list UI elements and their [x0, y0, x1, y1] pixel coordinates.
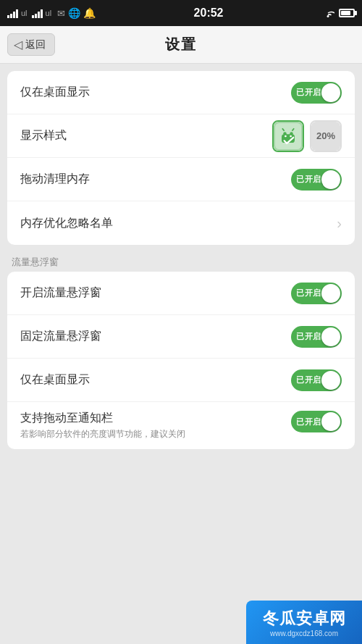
toggle-label-5: 已开启: [296, 331, 321, 342]
drag-clean-toggle[interactable]: 已开启: [291, 169, 342, 191]
signal-bar-2: [32, 8, 43, 18]
display-style-label: 显示样式: [20, 128, 67, 143]
toggle-knob-3: [321, 170, 340, 189]
toggle-knob-7: [321, 412, 340, 431]
wifi-icon: [321, 8, 334, 18]
status-icons-right: [321, 8, 355, 18]
drag-notify-toggle[interactable]: 已开启: [291, 411, 342, 432]
watermark: 冬瓜安卓网 www.dgxcdz168.com: [246, 601, 362, 644]
battery-icon: [339, 9, 355, 17]
fix-traffic-label: 固定流量悬浮窗: [20, 329, 101, 344]
style-option-android[interactable]: [272, 120, 304, 152]
toggle-label-4: 已开启: [296, 288, 321, 298]
drag-clean-row: 拖动清理内存 已开启: [7, 158, 355, 201]
status-left: ul ul ✉ 🌐 🔔: [7, 7, 96, 19]
chevron-icon-1: ›: [337, 215, 342, 232]
drag-notify-row: 支持拖动至通知栏 若影响部分软件的亮度调节功能，建议关闭 已开启: [7, 402, 355, 449]
android-icon: [274, 122, 303, 151]
toggle-knob-6: [321, 371, 340, 390]
section1-card: 仅在桌面显示 已开启 显示样式: [7, 71, 355, 245]
watermark-text: 冬瓜安卓网: [263, 608, 346, 630]
section2-label-container: 流量悬浮窗: [0, 248, 362, 272]
signal-type-2: ul: [46, 9, 52, 17]
watermark-inner: 冬瓜安卓网 www.dgxcdz168.com: [263, 608, 346, 637]
desktop-only-2-label: 仅在桌面显示: [20, 372, 90, 388]
back-button[interactable]: ◁ 返回: [7, 33, 55, 56]
desktop-only-right: 已开启: [291, 82, 342, 104]
open-traffic-right: 已开启: [291, 283, 342, 304]
desktop-only-row: 仅在桌面显示 已开启: [7, 71, 355, 114]
toggle-knob-1: [321, 83, 340, 102]
signal-type-1: ul: [21, 9, 28, 17]
status-time: 20:52: [194, 7, 224, 20]
fix-traffic-toggle[interactable]: 已开启: [291, 326, 342, 348]
section2-label: 流量悬浮窗: [12, 256, 59, 267]
toggle-knob-5: [321, 327, 340, 346]
toggle-label-1: 已开启: [296, 87, 321, 98]
toggle-label-7: 已开启: [296, 417, 321, 427]
memory-ignore-label: 内存优化忽略名单: [20, 216, 113, 231]
display-style-right: 20%: [272, 120, 342, 152]
drag-notify-label: 支持拖动至通知栏: [20, 411, 291, 426]
memory-ignore-row[interactable]: 内存优化忽略名单 ›: [7, 201, 355, 245]
open-traffic-toggle[interactable]: 已开启: [291, 283, 342, 304]
desktop-only-2-toggle[interactable]: 已开启: [291, 369, 342, 391]
toggle-knob-4: [321, 284, 340, 303]
svg-point-7: [285, 135, 287, 137]
fix-traffic-row: 固定流量悬浮窗 已开启: [7, 315, 355, 359]
percent-badge: 20%: [311, 122, 340, 151]
svg-point-0: [327, 15, 329, 17]
back-arrow-icon: ◁: [14, 38, 22, 51]
bell-icon: 🔔: [83, 7, 96, 19]
memory-ignore-right: ›: [337, 215, 342, 232]
globe-icon: 🌐: [68, 7, 80, 19]
display-style-row: 显示样式: [7, 114, 355, 158]
svg-point-8: [290, 135, 292, 137]
drag-notify-right: 已开启: [291, 411, 342, 432]
percent-text: 20%: [316, 130, 335, 141]
page-title: 设置: [165, 35, 197, 54]
content-area: 仅在桌面显示 已开启 显示样式: [0, 64, 362, 644]
toggle-label-3: 已开启: [296, 174, 321, 185]
toggle-label-6: 已开启: [296, 375, 321, 385]
back-label: 返回: [25, 38, 46, 51]
header: ◁ 返回 设置: [0, 26, 362, 64]
desktop-only-label: 仅在桌面显示: [20, 85, 90, 100]
drag-notify-sublabel: 若影响部分软件的亮度调节功能，建议关闭: [20, 428, 223, 440]
status-bar: ul ul ✉ 🌐 🔔 20:52: [0, 0, 362, 26]
desktop-only-2-right: 已开启: [291, 369, 342, 391]
desktop-only-toggle[interactable]: 已开启: [291, 82, 342, 104]
drag-clean-right: 已开启: [291, 169, 342, 191]
drag-clean-label: 拖动清理内存: [20, 172, 90, 187]
open-traffic-row: 开启流量悬浮窗 已开启: [7, 272, 355, 315]
section2-card: 开启流量悬浮窗 已开启 固定流量悬浮窗 已开启 仅在桌面显示: [7, 272, 355, 449]
signal-bar-1: [7, 8, 18, 18]
open-traffic-label: 开启流量悬浮窗: [20, 285, 101, 301]
desktop-only-2-row: 仅在桌面显示 已开启: [7, 359, 355, 402]
mail-icon: ✉: [57, 8, 65, 19]
fix-traffic-right: 已开启: [291, 326, 342, 348]
drag-notify-text-block: 支持拖动至通知栏 若影响部分软件的亮度调节功能，建议关闭: [20, 411, 291, 440]
style-option-percent[interactable]: 20%: [310, 120, 342, 152]
watermark-url: www.dgxcdz168.com: [263, 630, 346, 637]
